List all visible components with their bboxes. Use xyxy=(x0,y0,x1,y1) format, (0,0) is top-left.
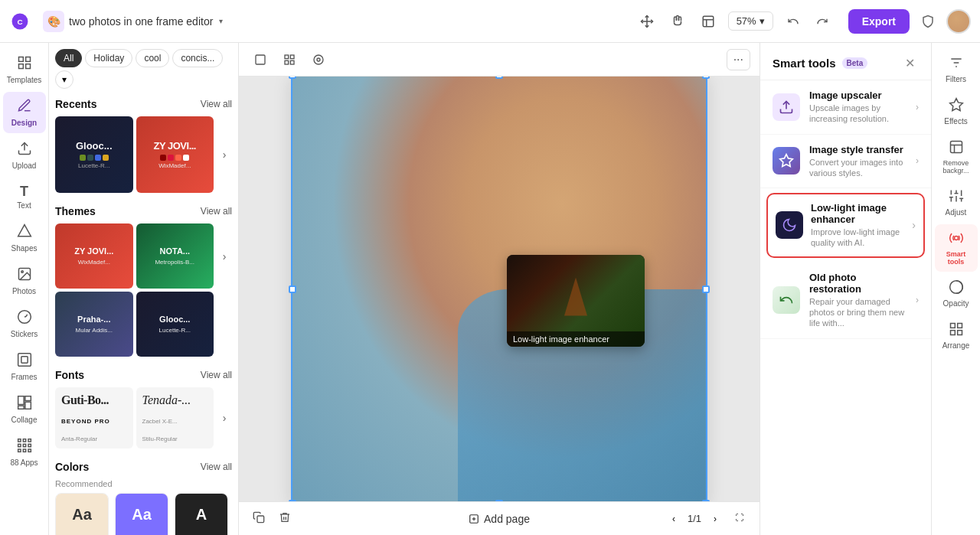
low-light-desc: Improve low-light image quality with AI. xyxy=(811,227,904,249)
themes-section: Themes View all ZY JOVI...WixMadef... NO… xyxy=(55,205,232,357)
svg-rect-18 xyxy=(28,439,31,442)
canvas-grid-button[interactable] xyxy=(277,47,302,72)
smart-tools-title: Smart tools xyxy=(773,57,836,70)
avatar[interactable] xyxy=(946,9,971,34)
theme-card-4[interactable]: Glooc...Lucette-R... xyxy=(136,292,214,357)
font-card-2[interactable]: Tenada-... Zacbel X-E... Stilu-Regular xyxy=(136,387,214,449)
zoom-control[interactable]: 57% ▾ xyxy=(728,11,773,31)
recent-card-1[interactable]: Glooc... Lucette-R... xyxy=(55,116,133,193)
smart-tools-close-button[interactable]: ✕ xyxy=(900,54,919,72)
fonts-next-button[interactable]: › xyxy=(217,387,232,449)
canvas-more-button[interactable]: ··· xyxy=(727,49,750,70)
filter-tab-concise[interactable]: concis... xyxy=(172,49,223,67)
canvas-bottom: Add page ‹ 1/1 › xyxy=(239,501,760,535)
export-button[interactable]: Export xyxy=(848,9,910,34)
themes-view-all[interactable]: View all xyxy=(201,206,232,217)
svg-rect-54 xyxy=(950,324,955,328)
main-layout: Templates Design Upload T Text Shapes xyxy=(0,43,980,535)
remove-bg-icon xyxy=(949,139,964,158)
sidebar-item-stickers[interactable]: Stickers xyxy=(3,303,46,344)
sidebar-item-smart-tools[interactable]: Smart tools xyxy=(935,224,978,272)
themes-next-button[interactable]: › xyxy=(217,223,232,289)
sidebar-item-collage-label: Collage xyxy=(11,416,38,424)
tool-option-upscaler[interactable]: Image upscaler Upscale images by increas… xyxy=(760,80,931,135)
tool-option-low-light[interactable]: Low-light image enhancer Improve low-lig… xyxy=(766,193,925,258)
expand-button[interactable] xyxy=(729,508,750,530)
themes-header: Themes View all xyxy=(55,205,232,217)
sidebar-item-collage[interactable]: Collage xyxy=(3,389,46,430)
left-sidebar: Templates Design Upload T Text Shapes xyxy=(0,43,49,535)
hand-tool-button[interactable] xyxy=(664,8,691,35)
filter-tab-holiday[interactable]: Holiday xyxy=(85,49,132,67)
sidebar-item-frames[interactable]: Frames xyxy=(3,346,46,387)
tool-option-photo-restoration[interactable]: Old photo restoration Repair your damage… xyxy=(760,263,931,339)
zoom-chevron-icon: ▾ xyxy=(760,15,765,27)
sidebar-item-opacity[interactable]: Opacity xyxy=(935,273,978,314)
redo-button[interactable] xyxy=(808,8,836,35)
themes-title: Themes xyxy=(55,205,96,217)
sidebar-item-design[interactable]: Design xyxy=(3,92,46,133)
sidebar-item-filters[interactable]: Filters xyxy=(935,49,978,90)
add-page-button[interactable]: Add page xyxy=(459,508,539,530)
prev-page-button[interactable]: ‹ xyxy=(663,508,684,530)
colors-view-all[interactable]: View all xyxy=(201,462,232,472)
duplicate-button[interactable] xyxy=(248,508,270,530)
colors-recommended-label: Recommended xyxy=(55,479,232,488)
shield-button[interactable] xyxy=(916,9,940,34)
upload-icon xyxy=(17,141,32,160)
sidebar-item-photos[interactable]: Photos xyxy=(3,260,46,302)
filter-tab-cool[interactable]: cool xyxy=(136,49,169,67)
sidebar-item-effects[interactable]: Effects xyxy=(935,91,978,132)
restoration-desc: Repair your damaged photos or bring them… xyxy=(809,296,906,329)
canvas-toolbar: ··· xyxy=(239,43,760,77)
fonts-view-all[interactable]: View all xyxy=(201,370,232,380)
arrange-icon xyxy=(949,321,964,340)
move-tool-button[interactable] xyxy=(633,8,661,35)
sidebar-item-arrange[interactable]: Arrange xyxy=(935,315,978,356)
canvas-crop-button[interactable] xyxy=(306,47,331,72)
canvas-frame[interactable]: ↻ Low-light image enhancer xyxy=(292,77,706,501)
fonts-title: Fonts xyxy=(55,369,84,381)
svg-rect-20 xyxy=(23,444,25,446)
color-card-3[interactable]: A xyxy=(175,493,228,535)
theme-card-1[interactable]: ZY JOVI...WixMadef... xyxy=(55,223,133,289)
sidebar-item-text[interactable]: T Text xyxy=(3,178,46,216)
sidebar-item-remove-bg[interactable]: Remove backgr... xyxy=(935,133,978,181)
style-transfer-icon xyxy=(773,147,800,175)
project-selector[interactable]: 🎨 two photos in one frame editor ▾ xyxy=(37,8,229,35)
recents-view-all[interactable]: View all xyxy=(201,99,232,109)
color-card-2[interactable]: Aa xyxy=(115,493,168,535)
theme-card-3[interactable]: Praha-...Mular Addis... xyxy=(55,292,133,357)
recents-next-button[interactable]: › xyxy=(217,116,232,193)
font-card-1[interactable]: Guti-Bo... BEYOND PRO Anta-Regular xyxy=(55,387,133,449)
filter-tab-more-button[interactable]: ▾ xyxy=(55,70,74,89)
sidebar-item-shapes[interactable]: Shapes xyxy=(3,217,46,259)
undo-button[interactable] xyxy=(779,8,807,35)
svg-rect-6 xyxy=(25,64,30,69)
restoration-arrow-icon: › xyxy=(916,295,919,305)
recent-card-2[interactable]: ZY JOVI... WixMadef... xyxy=(136,116,214,193)
zoom-level: 57% xyxy=(737,15,756,27)
sidebar-item-upload-label: Upload xyxy=(12,161,37,170)
filter-tab-all[interactable]: All xyxy=(55,49,82,67)
canvas-resize-button[interactable] xyxy=(248,47,273,72)
upscaler-arrow-icon: › xyxy=(916,102,919,113)
color-card-1[interactable]: Aa xyxy=(55,493,109,535)
collage-icon xyxy=(17,395,32,414)
sidebar-item-apps[interactable]: 88 Apps xyxy=(3,432,46,473)
opacity-label: Opacity xyxy=(943,299,969,308)
svg-rect-57 xyxy=(950,331,955,335)
svg-rect-22 xyxy=(18,449,20,452)
upscaler-icon xyxy=(773,93,800,121)
next-page-button[interactable]: › xyxy=(704,508,726,530)
arrange-label: Arrange xyxy=(942,341,970,350)
svg-rect-56 xyxy=(957,331,962,335)
theme-card-2[interactable]: NOTA...Metropolis-B... xyxy=(136,223,214,289)
sidebar-item-adjust[interactable]: Adjust xyxy=(935,182,978,223)
tool-option-style-transfer[interactable]: Image style transfer Convert your images… xyxy=(760,135,931,189)
sidebar-item-upload[interactable]: Upload xyxy=(3,135,46,176)
sidebar-item-templates[interactable]: Templates xyxy=(3,49,46,90)
delete-button[interactable] xyxy=(274,508,296,530)
frame-tool-button[interactable] xyxy=(694,8,722,35)
canva-logo[interactable]: C xyxy=(9,11,31,32)
